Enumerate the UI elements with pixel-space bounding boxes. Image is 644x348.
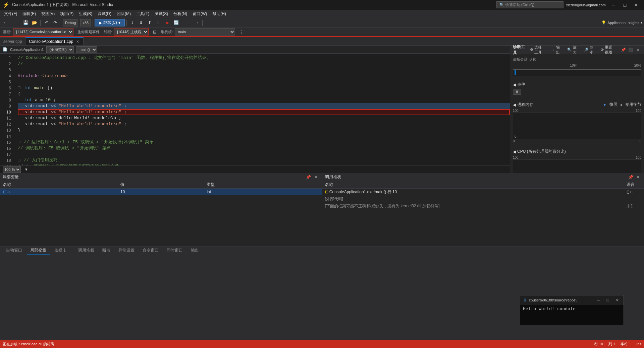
local-name-a: ⊡ a [0,189,118,195]
thread-select[interactable]: [10448] 主线程 [114,28,149,36]
close-button[interactable]: ✕ [631,1,641,9]
forward-button[interactable]: → [10,19,18,26]
scope-select[interactable]: (全局范围) [46,46,74,53]
menu-item-f[interactable]: 文件(F) [1,10,20,18]
quick-launch-placeholder: 快速启动 (Ctrl+Q) [505,2,534,7]
reset-label: 重置视图 [605,45,615,55]
continue-button[interactable]: ▶ 继续(C) ▾ [95,19,125,26]
console-close-button[interactable]: ✕ [613,297,621,303]
stop-button[interactable]: ■ [163,19,171,26]
locals-close-button[interactable]: ✕ [313,174,319,181]
tab-consoleapplication-cpp[interactable]: ConsoleApplication1.cpp ✕ [25,37,84,45]
tab-immediate-window[interactable]: 即时窗口 [163,247,186,255]
panel-pin-button[interactable]: 📌 [620,47,627,53]
navigate-back-button[interactable]: ← [184,19,192,26]
code-lines: 1 2 3 4 5 6 7 8 9 10 11 12 13 14 15 16 1 [0,54,510,165]
code-area[interactable]: 1 2 3 4 5 6 7 8 9 10 11 12 13 14 15 16 1 [0,54,510,165]
tab-close-button[interactable]: ✕ [75,39,80,44]
select-tools-button[interactable]: ⚙ 选择工具 [528,44,547,56]
back-button[interactable]: ← [1,19,9,26]
menu-item-s[interactable]: 测试(S) [152,10,171,18]
menu-item-b[interactable]: 生成(B) [76,10,95,18]
open-button[interactable]: 📂 [31,19,39,26]
callstack-pin-button[interactable]: 📌 [627,174,634,181]
step-out-button[interactable]: ⬆ [146,19,154,26]
tab-output[interactable]: 输出 [187,247,202,255]
zoom-select[interactable]: 100 % [3,166,21,173]
zoom-out-button[interactable]: 🔎 缩小 [582,44,596,56]
tab-server-cpp[interactable]: server.cpp [0,37,25,45]
minimize-button[interactable]: ─ [608,1,619,9]
console-maximize-button[interactable]: □ [604,297,611,303]
reset-view-button[interactable]: ⟳ 重置视图 [599,44,617,56]
tab-breakpoints[interactable]: 断点 [99,247,114,255]
stack-options-button[interactable]: ⋮ [237,28,245,36]
tab-watch1[interactable]: 监视 1 [51,247,69,255]
tab-label-server: server.cpp [3,39,22,44]
lifecycle-events-button[interactable]: 生命周期事件 [75,28,102,36]
tab-callstack[interactable]: 调用堆栈 [75,247,98,255]
line-num-5: 5 [0,79,12,85]
process-select[interactable]: [11472] ConsoleApplication1.e [13,28,73,36]
collapse-cpu-icon[interactable]: ◀ [513,149,516,154]
menu-item-t[interactable]: 工具(T) [133,10,152,18]
play-icon: ▶ [99,20,102,25]
debug-mode-dropdown[interactable]: Debug [63,19,78,26]
callstack-body: 名称 语言 ⊡ ConsoleApplication1.exe!main() 行… [322,181,644,247]
search-icon: 🔍 [499,3,504,7]
console-minimize-button[interactable]: ─ [595,297,602,303]
menu-item-h[interactable]: 帮助(H) [210,10,229,18]
locals-pin-button[interactable]: 📌 [305,174,312,181]
undo-button[interactable]: ↶ [42,19,50,26]
menu-item-p[interactable]: 项目(P) [57,10,76,18]
cs-name-frame: [下面的框架可能不正确和/或缺失，没有为 kernel32.dll 加载符号] [322,203,624,210]
collapse-memory-icon[interactable]: ◀ [513,102,516,107]
locals-panel: 局部变量 📌 ✕ 名称 值 类型 ⊡ [0,173,322,247]
quick-launch-search[interactable]: 🔍 快速启动 (Ctrl+Q) [496,1,564,8]
memory-y-min-left: 0 [513,139,515,143]
code-line-15: □ // 运行程序: Ctrl + F5 或调试 > "开始执行(不调试)" 菜… [18,139,510,145]
collapse-events-icon[interactable]: ◀ [513,82,516,87]
application-insights-btn[interactable]: 💡 Application Insights ▾ [601,20,643,25]
menu-item-v[interactable]: 视图(V) [39,10,57,18]
tab-locals[interactable]: 局部变量 [27,247,50,255]
title-bar: ⚡ ConsoleApplication1 (正在调试) - Microsoft… [0,0,644,10]
menu-item-w[interactable]: 窗口(W) [190,10,210,18]
menu-item-m[interactable]: 团队(M) [114,10,133,18]
navigate-forward-button[interactable]: → [193,19,201,26]
menu-item-e[interactable]: 编辑(E) [20,10,39,18]
save-button[interactable]: 💾 [22,19,30,26]
redo-button[interactable]: ↷ [51,19,59,26]
process-label: 进程: [3,29,11,34]
menu-item-d[interactable]: 调试(D) [95,10,114,18]
console-content: Hello World! condole [520,305,624,325]
zoom-in-button[interactable]: 🔍 放大 [565,44,579,56]
col-value: 值 [118,181,204,189]
pause-button[interactable]: ⏸ [155,19,163,26]
step-over-button[interactable]: ⤵ [128,19,137,26]
divider-2 [510,99,644,99]
tab-command-window[interactable]: 命令窗口 [139,247,162,255]
stack-select[interactable]: main [175,28,235,36]
step-into-button[interactable]: ⬇ [137,19,145,26]
stack-label: 堆栈帧: [161,29,173,34]
function-select[interactable]: main() [76,46,97,53]
callstack-header: 调用堆栈 📌 ✕ [322,173,644,181]
events-title: 事件 [517,82,525,87]
zoom-dropdown-btn[interactable]: ▾ [22,166,30,173]
output-button[interactable]: → 输出 [549,44,563,56]
cpu-y-labels-top: 100 100 [513,156,641,159]
pause-events-button[interactable]: ⏸ [513,89,521,95]
platform-dropdown[interactable]: x86 [80,19,91,26]
events-header: ◀ 事件 [513,82,641,87]
panel-float-button[interactable]: ⬛ [627,47,634,53]
tab-exception-settings[interactable]: 异常设置 [115,247,138,255]
menu-item-n[interactable]: 分析(N) [171,10,190,18]
panel-close-button[interactable]: ✕ [635,47,641,53]
thread-filter-button[interactable]: ⊟ [151,28,159,36]
cpu-y-max-right: 100 [636,156,641,159]
callstack-close-button[interactable]: ✕ [635,174,641,181]
maximize-button[interactable]: □ [620,1,630,9]
restart-button[interactable]: 🔄 [172,19,180,26]
tab-auto-window[interactable]: 自动窗口 [3,247,25,255]
